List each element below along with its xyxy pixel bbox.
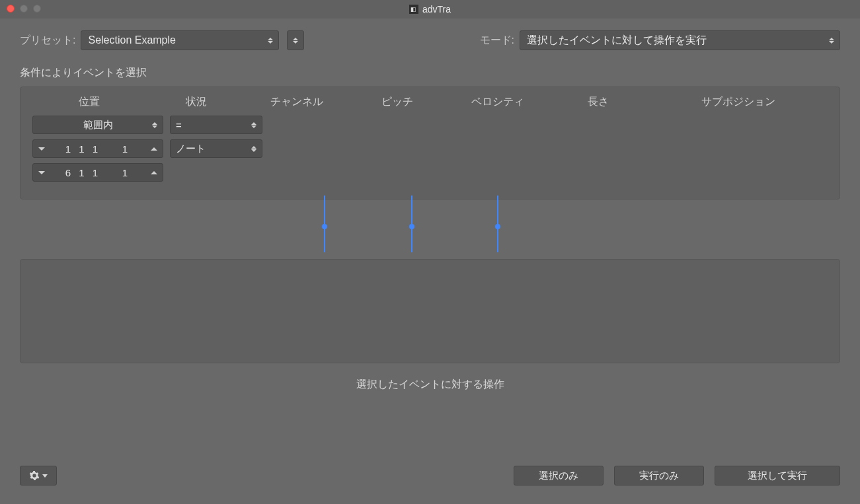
zoom-window-button[interactable]: [33, 5, 41, 13]
updown-icon: [151, 116, 159, 133]
column-divider-handle[interactable]: [411, 196, 412, 252]
app-icon: ◧: [409, 5, 418, 14]
status-operator-value: =: [176, 120, 182, 131]
preset-value: Selection Example: [88, 34, 176, 46]
chevron-up-icon[interactable]: [145, 164, 163, 181]
select-only-label: 選択のみ: [539, 470, 578, 482]
mode-label: モード:: [480, 34, 514, 48]
select-and-execute-label: 選択して実行: [748, 470, 807, 482]
column-headers: 位置 状況 チャンネル ピッチ ベロシティ 長さ サブポジション: [32, 95, 828, 109]
updown-icon: [250, 116, 258, 133]
chevron-down-icon[interactable]: [33, 140, 50, 157]
settings-button[interactable]: [20, 466, 57, 486]
col-position: 位置: [32, 95, 146, 109]
execute-only-label: 実行のみ: [639, 470, 679, 482]
window-controls: [7, 5, 41, 13]
titlebar: ◧ advTra: [0, 0, 860, 18]
col-pitch: ピッチ: [347, 95, 448, 109]
chevron-down-icon: [42, 474, 48, 478]
window-title-text: advTra: [422, 4, 451, 15]
operations-title: 選択したイベントに対する操作: [20, 378, 840, 392]
col-channel: チャンネル: [247, 95, 347, 109]
status-type-value: ノート: [176, 143, 206, 155]
column-divider-handle[interactable]: [497, 196, 498, 252]
range-to-field[interactable]: 6 1 1 1: [32, 163, 163, 182]
col-subposition: サブポジション: [648, 95, 828, 109]
close-window-button[interactable]: [7, 5, 15, 13]
updown-icon: [292, 38, 299, 44]
range-from-field[interactable]: 1 1 1 1: [32, 139, 163, 158]
criteria-panel: 位置 状況 チャンネル ピッチ ベロシティ 長さ サブポジション 範囲内 = 1…: [20, 87, 840, 199]
col-status: 状況: [146, 95, 247, 109]
position-mode-value: 範囲内: [83, 119, 113, 131]
status-type-dropdown[interactable]: ノート: [170, 139, 262, 158]
gear-icon: [29, 470, 40, 481]
preset-label: プリセット:: [20, 34, 75, 48]
status-operator-dropdown[interactable]: =: [170, 116, 262, 134]
column-divider-handle[interactable]: [324, 196, 325, 252]
mode-dropdown[interactable]: 選択したイベントに対して操作を実行: [520, 30, 840, 50]
chevron-down-icon[interactable]: [33, 164, 50, 181]
preset-extra-button[interactable]: [287, 30, 304, 50]
chevron-up-icon[interactable]: [145, 140, 163, 157]
select-only-button[interactable]: 選択のみ: [514, 466, 604, 486]
updown-icon: [266, 31, 274, 50]
updown-icon: [828, 31, 836, 50]
position-mode-dropdown[interactable]: 範囲内: [32, 116, 163, 134]
col-velocity: ベロシティ: [448, 95, 548, 109]
execute-only-button[interactable]: 実行のみ: [614, 466, 704, 486]
preset-dropdown[interactable]: Selection Example: [81, 30, 279, 50]
updown-icon: [250, 140, 258, 157]
window-title: ◧ advTra: [409, 4, 451, 15]
mode-value: 選択したイベントに対して操作を実行: [527, 34, 707, 48]
operations-panel: [20, 259, 840, 363]
divider-handles: [20, 206, 840, 259]
range-to-value: 6 1 1 1: [50, 167, 145, 178]
select-and-execute-button[interactable]: 選択して実行: [715, 466, 840, 486]
range-from-value: 1 1 1 1: [50, 143, 145, 155]
select-conditions-title: 条件によりイベントを選択: [20, 66, 840, 80]
minimize-window-button[interactable]: [20, 5, 28, 13]
col-length: 長さ: [548, 95, 648, 109]
